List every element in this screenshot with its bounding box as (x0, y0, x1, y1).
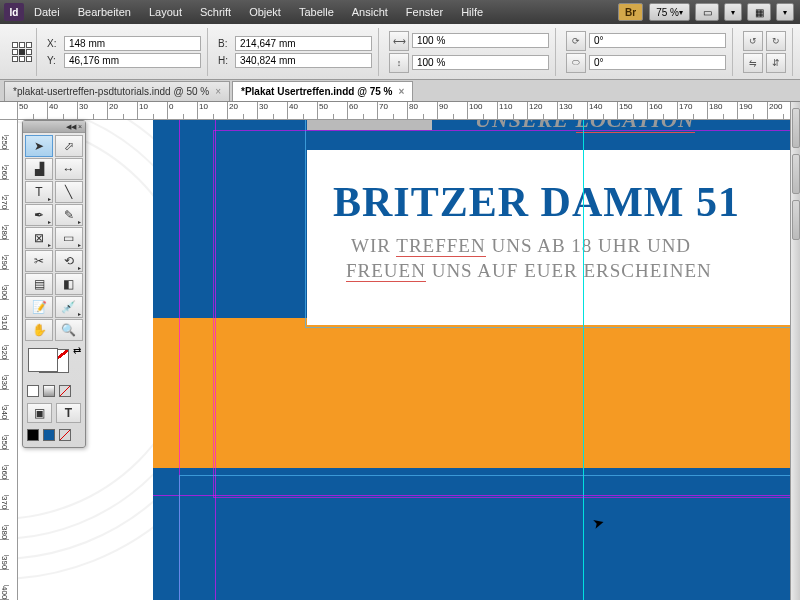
gradient-feather-tool[interactable]: ◧ (55, 273, 83, 295)
apply-color-icon[interactable] (27, 385, 39, 397)
collapsed-panel-icon[interactable] (792, 154, 800, 194)
w-field[interactable] (235, 36, 372, 51)
menu-ansicht[interactable]: Ansicht (344, 2, 396, 22)
flip-h-icon[interactable]: ⇋ (743, 53, 763, 73)
scale-y-field[interactable] (412, 55, 549, 70)
toolbox-header[interactable]: ◀◀ × (23, 121, 85, 133)
screen-mode-icon[interactable]: ▭ (695, 3, 719, 21)
apply-gradient-icon[interactable] (43, 385, 55, 397)
selection-tool[interactable]: ➤ (25, 135, 53, 157)
rotate-ccw-icon[interactable]: ↺ (743, 31, 763, 51)
view-mode-type[interactable]: T (56, 403, 81, 423)
doc-blue-icon[interactable] (43, 429, 55, 441)
arrange-dropdown[interactable] (776, 3, 794, 21)
doc-tab-1[interactable]: *plakat-usertreffen-psdtutorials.indd @ … (4, 81, 230, 101)
zoom-dropdown[interactable]: 75 % (649, 3, 690, 21)
ruler-origin[interactable] (0, 102, 18, 120)
scale-x-field[interactable] (412, 33, 549, 48)
ruler-tick: 120 (528, 102, 558, 119)
close-icon[interactable]: × (399, 86, 405, 97)
transform-tool[interactable]: ⟲▸ (55, 250, 83, 272)
pencil-tool[interactable]: ✎▸ (55, 204, 83, 226)
rotate-icon: ⟳ (566, 31, 586, 51)
arrange-icon[interactable]: ▦ (747, 3, 771, 21)
gradient-swatch-tool[interactable]: ▤ (25, 273, 53, 295)
eyedropper-tool[interactable]: 💉▸ (55, 296, 83, 318)
ruler-tick: 30 (258, 102, 288, 119)
rect-tool[interactable]: ▭▸ (55, 227, 83, 249)
ruler-tick: 50 (318, 102, 348, 119)
swap-colors-icon[interactable]: ⇄ (73, 345, 81, 356)
ruler-tick: 130 (558, 102, 588, 119)
h-label: H: (218, 55, 232, 66)
page-tool[interactable]: ▟ (25, 158, 53, 180)
rect-frame-tool[interactable]: ⊠▸ (25, 227, 53, 249)
pen-tool[interactable]: ✒▸ (25, 204, 53, 226)
direct-selection-tool[interactable]: ⬀ (55, 135, 83, 157)
menu-fenster[interactable]: Fenster (398, 2, 451, 22)
rotate-cw-icon[interactable]: ↻ (766, 31, 786, 51)
ruler-tick: 320 (0, 330, 9, 360)
ruler-tick: 340 (0, 390, 9, 420)
menu-hilfe[interactable]: Hilfe (453, 2, 491, 22)
gap-tool[interactable]: ↔ (55, 158, 83, 180)
hand-tool[interactable]: ✋ (25, 319, 53, 341)
ruler-tick: 20 (108, 102, 138, 119)
doc-tab-2[interactable]: *Plakat Usertreffen.indd @ 75 %× (232, 81, 413, 101)
menu-bar: Id Datei Bearbeiten Layout Schrift Objek… (0, 0, 800, 24)
canvas[interactable]: UNSERE LOCATION BRITZER DAMM 51 WIR TREF… (18, 120, 800, 600)
default-black-icon[interactable] (27, 429, 39, 441)
menu-layout[interactable]: Layout (141, 2, 190, 22)
workspace: 5040302010010203040506070809010011012013… (0, 102, 800, 600)
horizontal-ruler[interactable]: 5040302010010203040506070809010011012013… (18, 102, 800, 120)
screen-mode-dropdown[interactable] (724, 3, 742, 21)
toolbox[interactable]: ◀◀ × ➤ ⬀ ▟ ↔ T▸ ╲ ✒▸ ✎▸ ⊠▸ ▭▸ ✂ ⟲▸ ▤ ◧ 📝… (22, 120, 86, 448)
ruler-tick: 110 (498, 102, 528, 119)
menu-objekt[interactable]: Objekt (241, 2, 289, 22)
right-panel-dock[interactable] (790, 102, 800, 600)
ruler-tick: 50 (18, 102, 48, 119)
type-tool[interactable]: T▸ (25, 181, 53, 203)
menu-datei[interactable]: Datei (26, 2, 68, 22)
menu-bearbeiten[interactable]: Bearbeiten (70, 2, 139, 22)
note-tool[interactable]: 📝 (25, 296, 53, 318)
menu-schrift[interactable]: Schrift (192, 2, 239, 22)
ruler-tick: 250 (0, 120, 9, 150)
vertical-ruler[interactable]: 2502602702802903003103203303403503603703… (0, 120, 18, 600)
collapsed-panel-icon[interactable] (792, 200, 800, 240)
document-tabs: *plakat-usertreffen-psdtutorials.indd @ … (0, 80, 800, 102)
flip-v-icon[interactable]: ⇵ (766, 53, 786, 73)
x-field[interactable] (64, 36, 201, 51)
ruler-tick: 270 (0, 180, 9, 210)
y-label: Y: (47, 55, 61, 66)
line-tool[interactable]: ╲ (55, 181, 83, 203)
margin-frame (213, 130, 800, 498)
control-bar: X: Y: B: H: ⟷ ↕ ⟳ ⬭ ↺↻ ⇋⇵ ◉ P ⋮ ▯ ▯ ▯ ▯ … (0, 24, 800, 80)
scale-y-icon: ↕ (389, 53, 409, 73)
ruler-tick: 370 (0, 480, 9, 510)
ruler-tick: 400 (0, 570, 9, 600)
rotate-field[interactable] (589, 33, 726, 48)
ruler-tick: 30 (78, 102, 108, 119)
y-field[interactable] (64, 53, 201, 68)
x-label: X: (47, 38, 61, 49)
ruler-tick: 90 (438, 102, 468, 119)
zoom-tool[interactable]: 🔍 (55, 319, 83, 341)
none-swatch-icon[interactable] (59, 429, 71, 441)
apply-none-icon[interactable] (59, 385, 71, 397)
view-mode-normal[interactable]: ▣ (27, 403, 52, 423)
ruler-tick: 100 (468, 102, 498, 119)
ruler-tick: 160 (648, 102, 678, 119)
reference-point[interactable] (8, 28, 37, 76)
ruler-tick: 180 (708, 102, 738, 119)
menu-tabelle[interactable]: Tabelle (291, 2, 342, 22)
collapsed-panel-icon[interactable] (792, 108, 800, 148)
close-icon[interactable]: × (215, 86, 221, 97)
bridge-button[interactable]: Br (618, 3, 643, 21)
ruler-tick: 10 (198, 102, 228, 119)
h-field[interactable] (235, 53, 372, 68)
fill-color[interactable] (28, 348, 58, 372)
shear-field[interactable] (589, 55, 726, 70)
scissors-tool[interactable]: ✂ (25, 250, 53, 272)
ruler-tick: 20 (228, 102, 258, 119)
